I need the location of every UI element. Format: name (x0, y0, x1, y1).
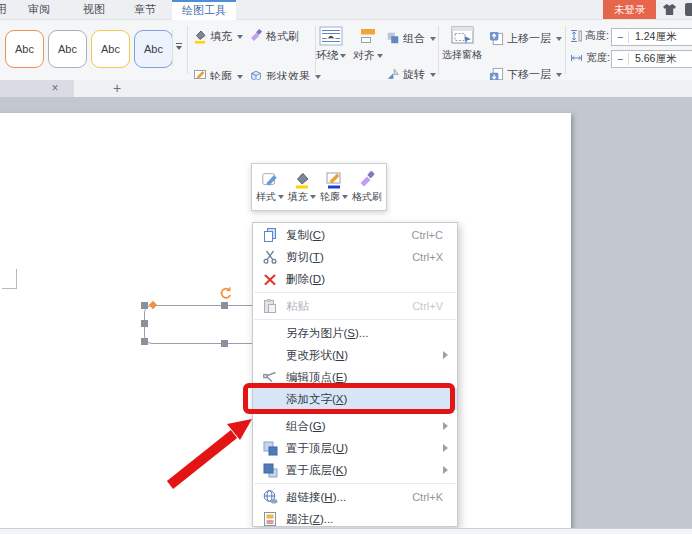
width-label: 宽度: (586, 51, 610, 65)
close-tab-button[interactable]: × (46, 80, 64, 97)
rotate-handle[interactable] (218, 286, 233, 301)
shortcut-text: Ctrl+K (412, 491, 443, 503)
resize-handle[interactable] (141, 338, 148, 345)
menu-item-change-shape[interactable]: 更改形状(N) (253, 344, 457, 366)
partial-toolbar-icon[interactable] (685, 3, 692, 16)
group-label: 组合 (403, 31, 425, 46)
rotate-icon (386, 67, 400, 81)
resize-handle[interactable] (221, 302, 228, 309)
menu-item-label: 置于顶层(U) (286, 441, 443, 456)
selection-pane-button[interactable]: 选择窗格 (440, 25, 484, 62)
outline-icon (325, 171, 343, 189)
format-painter-button-mini[interactable]: 格式刷 (352, 171, 382, 204)
menu-item-group[interactable]: 组合(G) (253, 415, 457, 437)
format-painter-icon (358, 171, 376, 189)
height-icon (570, 29, 582, 43)
menu-item-label: 置于底层(K) (286, 463, 443, 478)
tab-partial[interactable]: 用 (0, 0, 8, 19)
tab-view[interactable]: 视图 (79, 0, 109, 19)
format-painter-label: 格式刷 (266, 29, 299, 44)
submenu-arrow-icon (443, 466, 452, 474)
menu-item-delete[interactable]: 删除(D) (253, 268, 457, 290)
menu-item-label: 更改形状(N) (286, 348, 443, 363)
text-boundary-corner-mark (2, 269, 17, 289)
menu-separator (254, 483, 456, 484)
menu-separator (254, 319, 456, 320)
height-minus-button[interactable]: − (612, 31, 629, 43)
selection-pane-label: 选择窗格 (442, 48, 482, 62)
bring-forward-label: 上移一层 (507, 31, 551, 46)
menu-item-hyperlink[interactable]: 超链接(H)... Ctrl+K (253, 486, 457, 508)
wrap-button[interactable]: 环绕 (313, 26, 349, 63)
menu-item-copy[interactable]: 复制(C) Ctrl+C (253, 224, 457, 246)
wrap-label: 环绕 (316, 49, 338, 61)
shape-style-chip-2[interactable]: Abc (48, 30, 87, 68)
fill-label: 填充 (210, 29, 232, 44)
chevron-down-icon (310, 195, 316, 202)
chevron-down-icon (342, 195, 348, 202)
menu-item-label: 题注(Z)... (286, 512, 457, 527)
align-label: 对齐 (353, 49, 375, 61)
menu-item-caption[interactable]: 题注(Z)... (253, 508, 457, 530)
document-tab-bar: × + (0, 80, 692, 97)
bring-forward-icon (489, 31, 504, 46)
fill-label: 填充 (288, 191, 308, 202)
shortcut-text: Ctrl+V (412, 300, 443, 312)
height-value[interactable]: 1.24厘米 (629, 30, 676, 44)
style-gallery-more-button[interactable] (172, 30, 184, 66)
submenu-arrow-icon (443, 422, 452, 430)
login-button[interactable]: 未登录 (603, 0, 656, 19)
selection-pane-icon (450, 25, 475, 46)
group-button[interactable]: 组合 (386, 28, 436, 48)
group-separator (438, 26, 439, 74)
tab-review[interactable]: 审阅 (24, 0, 54, 19)
chip-label: Abc (58, 43, 77, 55)
copy-icon (262, 227, 278, 243)
chip-label: Abc (144, 43, 163, 55)
outline-label: 轮廓 (320, 191, 340, 202)
format-painter-icon (249, 29, 263, 43)
width-icon (570, 52, 583, 65)
chevron-down-icon (340, 54, 346, 61)
annotation-highlight-box (243, 383, 455, 414)
width-value[interactable]: 5.66厘米 (629, 52, 676, 66)
menu-item-save-as-picture[interactable]: 另存为图片(S)... (253, 322, 457, 344)
bring-forward-button[interactable]: 上移一层 (489, 28, 562, 48)
delete-icon (262, 271, 278, 287)
shape-style-chip-4[interactable]: Abc (134, 30, 173, 68)
menu-item-bring-to-front[interactable]: 置于顶层(U) (253, 437, 457, 459)
format-painter-label: 格式刷 (352, 190, 382, 204)
width-label-row: 宽度: (570, 51, 610, 65)
resize-handle[interactable] (141, 320, 148, 327)
group-icon (386, 31, 400, 45)
menu-item-paste[interactable]: 粘贴 Ctrl+V (253, 295, 457, 317)
tab-section[interactable]: 章节 (130, 0, 160, 19)
menu-item-label: 超链接(H)... (286, 490, 412, 505)
style-icon (261, 171, 279, 189)
shape-style-chip-3[interactable]: Abc (91, 30, 130, 68)
resize-handle[interactable] (221, 340, 228, 347)
shape-style-chip-1[interactable]: Abc (5, 30, 44, 68)
height-stepper[interactable]: − 1.24厘米 (611, 28, 692, 46)
skin-icon[interactable] (662, 3, 677, 16)
new-tab-button[interactable]: + (108, 80, 126, 97)
format-painter-button[interactable]: 格式刷 (249, 26, 299, 46)
menu-item-send-to-back[interactable]: 置于底层(K) (253, 459, 457, 481)
status-bar (0, 528, 692, 534)
width-minus-button[interactable]: − (612, 53, 629, 65)
menu-item-cut[interactable]: 剪切(T) Ctrl+X (253, 246, 457, 268)
outline-button-mini[interactable]: 轮廓 (320, 171, 348, 204)
chevron-down-icon (556, 37, 562, 44)
tab-drawing-tools[interactable]: 绘图工具 (172, 0, 236, 21)
fill-button-mini[interactable]: 填充 (288, 171, 316, 204)
resize-handle[interactable] (141, 302, 148, 309)
align-button[interactable]: 对齐 (350, 26, 386, 63)
submenu-arrow-icon (443, 351, 452, 359)
height-label: 高度: (585, 29, 609, 43)
fill-button[interactable]: 填充 (193, 26, 243, 46)
width-stepper[interactable]: − 5.66厘米 (611, 50, 692, 68)
chip-label: Abc (15, 43, 34, 55)
style-button[interactable]: 样式 (256, 171, 284, 204)
chevron-down-icon (430, 73, 436, 80)
shortcut-text: Ctrl+X (412, 251, 443, 263)
